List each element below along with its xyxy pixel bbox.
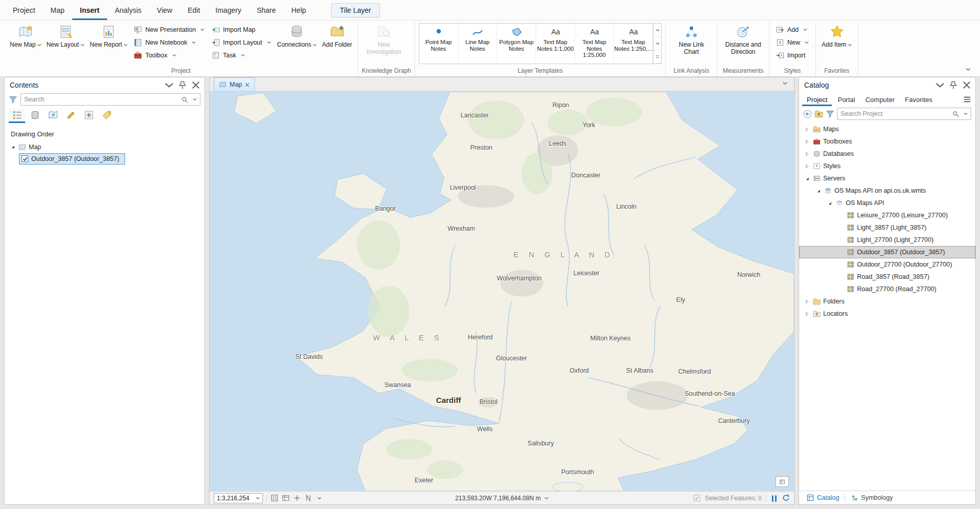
catalog-tree-item-leisure-27700-leisure-27700[interactable]: Leisure_27700 (Leisure_27700) [799,209,975,221]
tree-expanded-arrow-icon[interactable] [815,188,822,194]
catalog-search-chevron-icon[interactable] [964,112,968,115]
map-status-table-icon[interactable] [282,494,290,502]
menu-tab-share[interactable]: Share [249,0,283,20]
catalog-close-icon[interactable] [962,80,971,90]
catalog-search-icon[interactable] [952,111,959,117]
contents-filter-icon[interactable] [9,95,17,104]
list-by-selection-button[interactable] [45,109,61,123]
text-map-notes-1-250-button[interactable]: AaText Map Notes 1:250,... [614,24,653,64]
tree-expanded-arrow-icon[interactable] [804,175,810,181]
text-map-notes-1-25-000-button[interactable]: AaText Map Notes 1:25,000 [575,24,614,64]
map-status-menu-chevron-icon[interactable] [317,497,321,500]
map-status-north-icon[interactable] [304,494,312,502]
toolbox-button[interactable]: Toolbox [131,49,208,62]
contents-tree-item-map[interactable]: Map [5,141,205,153]
polygon-map-notes-button[interactable]: Polygon Map Notes [497,24,536,64]
catalog-tab-project[interactable]: Project [802,93,832,106]
new-presentation-button[interactable]: New Presentation [131,23,208,36]
tab-strip-menu-chevron-icon[interactable] [783,82,790,88]
catalog-pin-icon[interactable] [949,80,958,90]
menu-tab-project[interactable]: Project [5,0,43,20]
contents-pin-icon[interactable] [178,80,187,90]
catalog-tab-portal[interactable]: Portal [833,93,860,106]
line-map-notes-button[interactable]: Line Map Notes [458,24,497,64]
layer-visibility-checkbox[interactable] [22,155,28,162]
add-button[interactable]: Add [773,23,812,36]
new-report-button[interactable]: New Report [88,22,130,66]
refresh-map-icon[interactable] [782,494,790,502]
task-button[interactable]: Task [209,49,274,62]
catalog-tree-item-locators[interactable]: Locators [799,308,975,320]
catalog-tree-item-road-3857-road-3857[interactable]: Road_3857 (Road_3857) [799,271,975,283]
import-button[interactable]: Import [773,49,812,62]
catalog-tree-item-road-27700-road-27700[interactable]: Road_27700 (Road_27700) [799,283,975,295]
ribbon-collapse-button[interactable] [964,65,973,73]
gallery-scroll-up-button[interactable] [654,24,661,37]
list-by-editing-button[interactable] [63,109,79,123]
new-layout-button[interactable]: New Layout [45,22,87,66]
menu-tab-analysis[interactable]: Analysis [107,0,149,20]
contents-search-input[interactable] [24,96,178,103]
distance-and-direction-button[interactable]: Distance and Direction [721,22,765,66]
tree-expander-icon[interactable] [10,144,16,150]
gallery-scroll-down-button[interactable] [654,37,661,50]
contents-search-chevron-icon[interactable] [193,98,197,101]
new-notebook-button[interactable]: New Notebook [131,36,208,49]
catalog-tab-computer[interactable]: Computer [861,93,899,106]
catalog-tree-item-servers[interactable]: Servers [799,172,975,185]
bottom-tab-symbology[interactable]: Symbology [846,491,897,504]
contents-close-icon[interactable] [191,80,200,90]
connections-button[interactable]: Connections [275,22,319,66]
catalog-search-input[interactable] [841,110,949,117]
catalog-tree-item-outdoor-3857-outdoor-3857[interactable]: Outdoor_3857 (Outdoor_3857) [799,246,975,258]
bottom-tab-catalog[interactable]: Catalog [802,491,844,504]
catalog-tree-item-outdoor-27700-outdoor-27700[interactable]: Outdoor_27700 (Outdoor_27700) [799,258,975,271]
tree-expanded-arrow-icon[interactable] [827,200,833,206]
map-canvas[interactable]: RiponLancasterYorkLeedsPrestonDoncasterL… [210,92,794,491]
map-coordinates-readout[interactable]: 213,593.20W 7,196,644.08N m [455,495,548,502]
tree-collapsed-arrow-icon[interactable] [804,151,810,157]
catalog-tree-item-folders[interactable]: Folders [799,295,975,308]
map-status-crosshair-icon[interactable] [293,494,301,502]
import-map-button[interactable]: Import Map [209,23,274,36]
new-button[interactable]: New [773,36,812,49]
gallery-expand-button[interactable] [654,50,661,64]
menu-tab-help[interactable]: Help [283,0,314,20]
map-tab-close-icon[interactable] [245,83,250,87]
catalog-back-icon[interactable] [803,110,812,118]
contextual-tab-tile-layer[interactable]: Tile Layer [331,3,380,17]
tree-collapsed-arrow-icon[interactable] [804,311,810,317]
tree-collapsed-arrow-icon[interactable] [804,298,810,304]
catalog-menu-chevron-icon[interactable] [935,80,945,90]
tree-collapsed-arrow-icon[interactable] [804,163,810,169]
text-map-notes-1-1-000-button[interactable]: AaText Map Notes 1:1,000 [536,24,575,64]
list-by-drawing-order-button[interactable] [9,109,25,123]
menu-tab-map[interactable]: Map [43,0,72,20]
selected-layer-row[interactable]: Outdoor_3857 (Outdoor_3857) [19,153,125,165]
catalog-tree-item-styles[interactable]: Styles [799,160,975,172]
contents-menu-chevron-icon[interactable] [165,80,174,90]
catalog-hamburger-icon[interactable] [963,95,972,104]
catalog-tree-item-maps[interactable]: Maps [799,123,975,135]
catalog-filter-icon[interactable] [826,110,834,118]
menu-tab-view[interactable]: View [149,0,180,20]
list-by-data-source-button[interactable] [27,109,43,123]
catalog-navigate-up-icon[interactable] [814,110,823,118]
pause-drawing-icon[interactable] [770,494,778,502]
map-scale-combobox[interactable]: 1:3,216,254 [214,493,263,503]
menu-tab-insert[interactable]: Insert [72,0,107,20]
menu-tab-imagery[interactable]: Imagery [208,0,249,20]
catalog-tree-item-os-maps-api-on-api-os-uk-wmts[interactable]: OS Maps API on api.os.uk.wmts [799,185,975,197]
add-folder-button[interactable]: Add Folder [320,22,354,66]
list-by-labeling-button[interactable] [98,109,115,123]
catalog-tree-item-os-maps-api[interactable]: OS Maps API [799,197,975,209]
catalog-tree-item-toolboxes[interactable]: Toolboxes [799,135,975,148]
catalog-tab-favorites[interactable]: Favorites [901,93,937,106]
list-by-snapping-button[interactable] [80,109,97,123]
map-document-tab[interactable]: Map [214,77,255,91]
point-map-notes-button[interactable]: Point Map Notes [419,24,458,64]
map-overview-button[interactable] [775,476,789,487]
catalog-tree-item-light-27700-light-27700[interactable]: Light_27700 (Light_27700) [799,234,975,246]
contents-tree-item-layer[interactable]: Outdoor_3857 (Outdoor_3857) [5,153,205,165]
map-status-grid-icon[interactable] [271,494,278,502]
